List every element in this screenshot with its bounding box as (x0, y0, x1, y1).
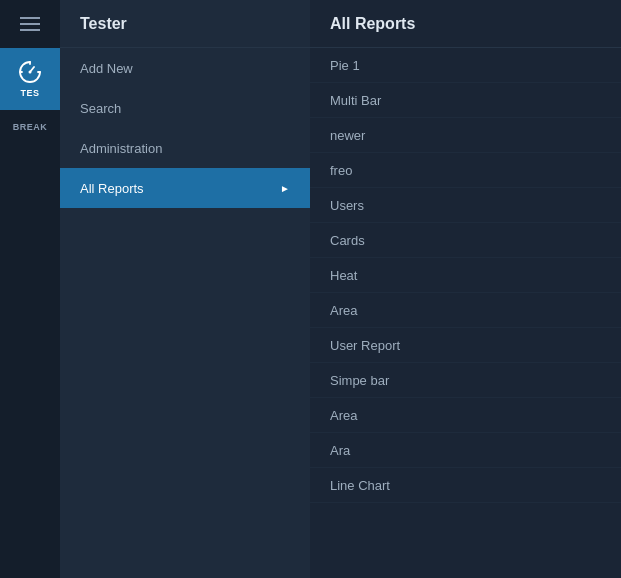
report-item-line-chart[interactable]: Line Chart (310, 468, 621, 503)
nav-header: Tester (60, 0, 310, 48)
tes-label: TES (20, 88, 39, 98)
hamburger-icon[interactable] (20, 17, 40, 31)
nav-item-add-new[interactable]: Add New (60, 48, 310, 88)
nav-title: Tester (80, 15, 127, 33)
report-item-cards[interactable]: Cards (310, 223, 621, 258)
icon-bar-header (0, 0, 60, 48)
report-item-user-report[interactable]: User Report (310, 328, 621, 363)
reports-title: All Reports (330, 15, 415, 33)
reports-panel: All Reports Pie 1Multi BarnewerfreoUsers… (310, 0, 621, 578)
report-item-heat[interactable]: Heat (310, 258, 621, 293)
report-item-area1[interactable]: Area (310, 293, 621, 328)
nav-item-add-new-label: Add New (80, 61, 133, 76)
chevron-right-icon: ► (280, 183, 290, 194)
break-label: BREAK (13, 122, 48, 132)
report-item-area2[interactable]: Area (310, 398, 621, 433)
report-item-freo[interactable]: freo (310, 153, 621, 188)
report-item-newer[interactable]: newer (310, 118, 621, 153)
reports-header: All Reports (310, 0, 621, 48)
sidebar-item-break[interactable]: BREAK (0, 110, 60, 144)
report-item-multibar[interactable]: Multi Bar (310, 83, 621, 118)
nav-item-administration-label: Administration (80, 141, 162, 156)
nav-item-all-reports-label: All Reports (80, 181, 144, 196)
report-item-ara[interactable]: Ara (310, 433, 621, 468)
nav-item-all-reports[interactable]: All Reports ► (60, 168, 310, 208)
sidebar-item-tes[interactable]: TES (0, 48, 60, 110)
nav-item-search[interactable]: Search (60, 88, 310, 128)
reports-list: Pie 1Multi BarnewerfreoUsersCardsHeatAre… (310, 48, 621, 578)
icon-bar: TES BREAK (0, 0, 60, 578)
report-item-simpe-bar[interactable]: Simpe bar (310, 363, 621, 398)
svg-point-0 (29, 71, 32, 74)
report-item-pie1[interactable]: Pie 1 (310, 48, 621, 83)
report-item-users[interactable]: Users (310, 188, 621, 223)
gauge-icon (18, 60, 42, 84)
nav-panel: Tester Add New Search Administration All… (60, 0, 310, 578)
nav-item-administration[interactable]: Administration (60, 128, 310, 168)
nav-item-search-label: Search (80, 101, 121, 116)
